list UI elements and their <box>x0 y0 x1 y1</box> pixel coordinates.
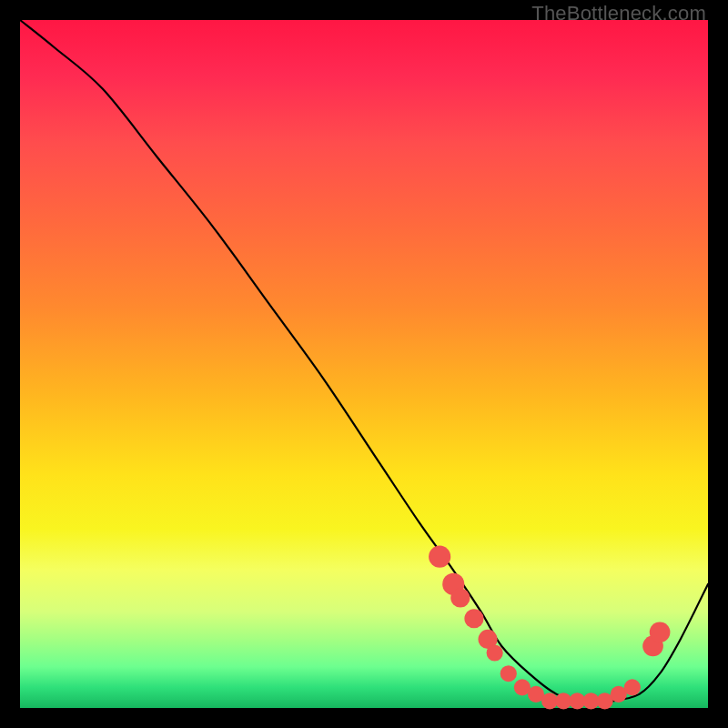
marker-dot <box>624 679 641 695</box>
marker-dot <box>450 588 470 607</box>
bottleneck-curve <box>20 20 708 702</box>
marker-dots-group <box>429 546 670 710</box>
marker-dot <box>487 644 503 661</box>
curve-layer <box>20 20 708 708</box>
chart-frame: TheBottleneck.com <box>0 0 728 728</box>
marker-dot <box>429 546 450 568</box>
marker-dot <box>500 665 517 682</box>
plot-area <box>20 20 708 708</box>
marker-dot <box>650 622 671 643</box>
marker-dot <box>464 609 483 628</box>
